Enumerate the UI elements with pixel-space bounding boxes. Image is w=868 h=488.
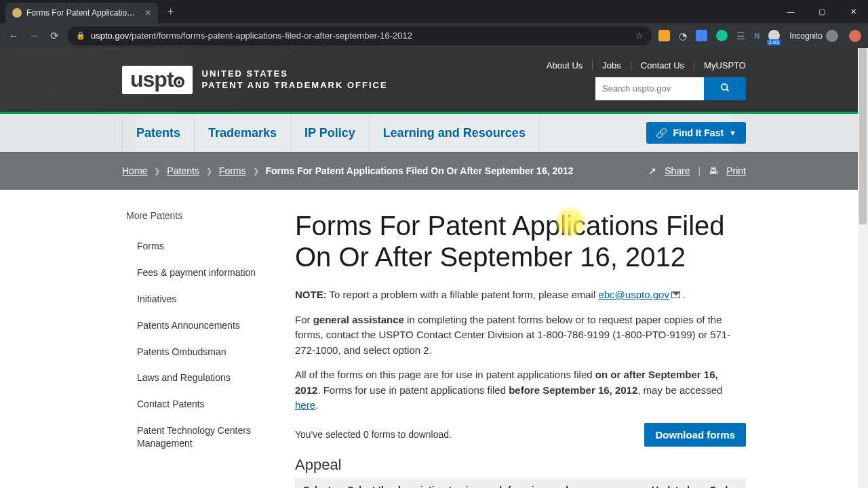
link-icon: 🔗 (656, 127, 667, 138)
url-domain: uspto.gov (91, 30, 129, 41)
search-icon (720, 83, 730, 93)
sidebar-item[interactable]: Fees & payment information (122, 260, 268, 286)
site-search (595, 77, 746, 100)
share-print: ↗ Share | 🖶 Print (648, 165, 746, 176)
window-controls: ― ▢ ✕ (776, 1, 868, 22)
email-link[interactable]: ebc@uspto.gov (598, 289, 669, 300)
util-myuspto[interactable]: MyUSPTO (694, 60, 746, 70)
th-description: Select the description to view each form… (339, 478, 644, 489)
page-body: More Patents Forms Fees & payment inform… (115, 190, 753, 488)
site-logo[interactable]: uspto UNITED STATES PATENT AND TRADEMARK… (122, 66, 388, 94)
logo-mark: uspto (122, 66, 193, 94)
scrollbar-thumb[interactable] (859, 48, 867, 224)
incognito-indicator[interactable]: Incognito (789, 30, 838, 42)
crumb-forms[interactable]: Forms (219, 165, 246, 176)
section-heading: Appeal (295, 456, 746, 474)
filing-date-paragraph: All of the forms on this page are for us… (295, 367, 746, 413)
primary-nav: Patents Trademarks IP Policy Learning an… (0, 114, 868, 152)
download-forms-button[interactable]: Download forms (644, 423, 746, 447)
sidebar-item[interactable]: Contact Patents (122, 391, 268, 418)
util-contact[interactable]: Contact Us (631, 60, 694, 70)
maximize-icon[interactable]: ▢ (807, 1, 837, 22)
cursor-highlight-icon (554, 206, 587, 239)
forms-table: Select Select the description to view ea… (295, 478, 746, 489)
th-updated: Updated (644, 478, 701, 489)
new-tab-button[interactable]: + (165, 3, 176, 20)
print-icon: 🖶 (709, 165, 718, 176)
profile-avatar[interactable] (849, 30, 861, 42)
crumb-home[interactable]: Home (122, 165, 147, 176)
mail-icon (671, 291, 680, 298)
nav-patents[interactable]: Patents (122, 114, 195, 152)
nav-learning[interactable]: Learning and Resources (370, 114, 540, 152)
sidebar-item[interactable]: Patents Announcements (122, 312, 268, 339)
main-content: Forms For Patent Applications Filed On O… (295, 210, 746, 488)
share-link[interactable]: Share (665, 165, 690, 176)
utility-nav: About Us Jobs Contact Us MyUSPTO (537, 60, 746, 70)
browser-tab[interactable]: Forms For Patent Applications Fil ✕ (5, 3, 158, 23)
star-icon[interactable]: ☆ (635, 30, 644, 41)
assistance-paragraph: For general assistance in completing the… (295, 312, 746, 359)
selected-count: You've selected 0 forms to download. (295, 429, 452, 440)
forward-icon[interactable]: → (27, 30, 41, 41)
buffer-icon[interactable]: ☰ (736, 30, 745, 41)
back-icon[interactable]: ← (7, 30, 20, 41)
translate-icon[interactable] (696, 30, 707, 41)
util-about[interactable]: About Us (537, 60, 593, 70)
ext-badge-icon[interactable]: 2.03 (768, 30, 780, 41)
sidebar: More Patents Forms Fees & payment inform… (122, 210, 268, 488)
sidebar-item[interactable]: Initiatives (122, 286, 268, 312)
url-path: /patent/forms/forms-patent-applications-… (129, 30, 412, 41)
sidebar-item[interactable]: Laws and Regulations (122, 365, 268, 391)
svg-line-1 (726, 89, 728, 91)
incognito-icon (826, 30, 838, 42)
site-header: uspto UNITED STATES PATENT AND TRADEMARK… (0, 48, 868, 114)
crumb-patents[interactable]: Patents (167, 165, 199, 176)
search-input[interactable] (595, 77, 704, 100)
util-jobs[interactable]: Jobs (593, 60, 631, 70)
tab-bar: Forms For Patent Applications Fil ✕ + ― … (0, 0, 868, 23)
sidebar-item[interactable]: Patent Technology Centers Management (122, 418, 268, 457)
svg-point-0 (721, 83, 727, 89)
tab-title: Forms For Patent Applications Fil (26, 8, 136, 18)
page-title: Forms For Patent Applications Filed On O… (295, 210, 746, 272)
chevron-right-icon: ❯ (154, 167, 160, 176)
logo-text: UNITED STATES PATENT AND TRADEMARK OFFIC… (202, 68, 388, 92)
chevron-down-icon: ▼ (729, 129, 736, 137)
close-tab-icon[interactable]: ✕ (144, 8, 151, 18)
nav-trademarks[interactable]: Trademarks (195, 114, 291, 152)
find-it-fast-button[interactable]: 🔗 Find It Fast ▼ (646, 122, 746, 144)
selection-row: You've selected 0 forms to download. Dow… (295, 423, 746, 447)
extension-icons: ◔ ☰ N 2.03 (658, 30, 780, 41)
pocket-icon[interactable]: ◔ (679, 30, 687, 41)
ext-n-icon[interactable]: N (754, 32, 760, 40)
grammarly-icon[interactable] (716, 30, 728, 41)
crumb-current: Forms For Patent Applications Filed On O… (266, 165, 574, 176)
close-window-icon[interactable]: ✕ (838, 1, 868, 22)
address-bar: ← → ⟳ 🔒 uspto.gov/patent/forms/forms-pat… (0, 23, 868, 48)
note-paragraph: NOTE: To report a problem with a fillabl… (295, 287, 746, 303)
sidebar-item[interactable]: Patents Ombudsman (122, 339, 268, 365)
share-icon: ↗ (648, 165, 656, 176)
reload-icon[interactable]: ⟳ (47, 30, 61, 42)
minimize-icon[interactable]: ― (776, 1, 806, 22)
sidebar-title: More Patents (122, 210, 268, 221)
th-code: Code (701, 478, 746, 489)
browser-chrome: Forms For Patent Applications Fil ✕ + ― … (0, 0, 868, 48)
url-field[interactable]: 🔒 uspto.gov/patent/forms/forms-patent-ap… (68, 26, 652, 45)
search-button[interactable] (704, 77, 746, 100)
chevron-right-icon: ❯ (253, 167, 259, 176)
favicon-icon (12, 8, 22, 18)
ext-icon[interactable] (658, 30, 670, 41)
scrollbar[interactable] (858, 48, 868, 488)
here-link[interactable]: here (295, 399, 315, 411)
sidebar-item[interactable]: Forms (122, 233, 268, 260)
th-select: Select (295, 478, 339, 489)
breadcrumb-bar: Home ❯ Patents ❯ Forms ❯ Forms For Paten… (0, 152, 868, 190)
chevron-right-icon: ❯ (206, 167, 212, 176)
print-link[interactable]: Print (726, 165, 746, 176)
lock-icon: 🔒 (76, 31, 85, 40)
nav-ip-policy[interactable]: IP Policy (291, 114, 370, 152)
